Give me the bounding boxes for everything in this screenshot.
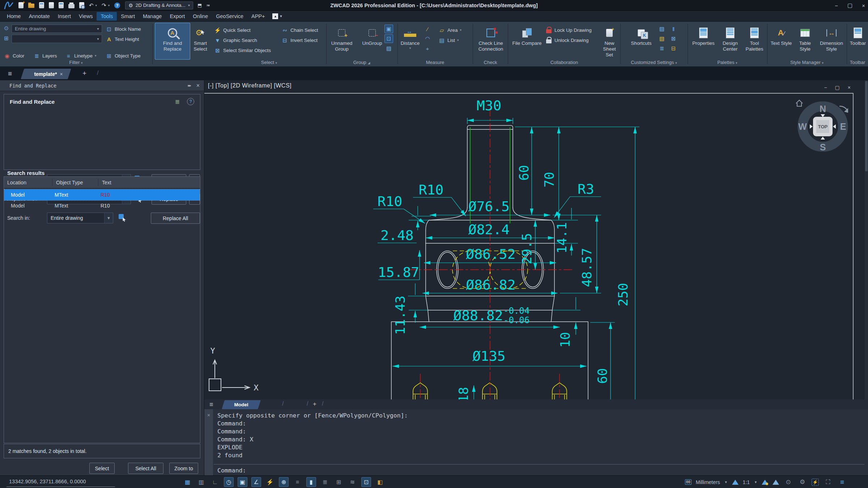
ungroup-button[interactable]: − UnGroup <box>361 23 383 60</box>
result-row[interactable]: Model MText R10 <box>4 200 200 211</box>
select-similar-button[interactable]: Select Similar Objects <box>214 46 271 55</box>
new-file-icon[interactable] <box>18 2 24 8</box>
menu-export[interactable]: Export <box>166 12 189 21</box>
filter-text-height-button[interactable]: Text Height <box>106 35 139 43</box>
design-center-button[interactable]: Design Center <box>718 23 742 60</box>
toolbar-button[interactable]: Toolbar <box>848 23 867 60</box>
viewport-scrollbar[interactable] <box>864 80 868 399</box>
group-select-icon[interactable] <box>384 34 393 43</box>
help-icon[interactable]: ? <box>114 3 120 8</box>
filter-layers-button[interactable]: Layers <box>33 51 57 60</box>
save-as-icon[interactable] <box>49 2 54 8</box>
select-group-label[interactable]: Select ▾ <box>212 60 326 65</box>
group-group-label[interactable]: Group ◢ <box>327 60 396 65</box>
shortcuts-button[interactable]: Shortcuts <box>626 23 656 60</box>
group-edit-icon[interactable] <box>384 44 393 53</box>
selection-cycling-icon[interactable] <box>334 477 344 487</box>
find-and-replace-button[interactable]: A Find and Replace <box>155 23 190 60</box>
print-icon[interactable] <box>68 4 75 8</box>
quick-access-menu-icon[interactable]: ≂▾ <box>206 3 209 8</box>
panel-dock-icon[interactable]: ▸▸ <box>188 83 191 88</box>
snap-toggle-icon[interactable] <box>196 477 206 487</box>
menu-smart[interactable]: Smart <box>117 12 139 21</box>
dimension-texts[interactable]: M30 Ø76.5 Ø82.4 Ø86.52 Ø86.82 Ø88.82 -0.… <box>378 98 630 399</box>
filter-color-button[interactable]: Color <box>4 51 24 60</box>
annotation-visibility-icon[interactable] <box>762 480 768 485</box>
select-button[interactable]: Select <box>89 463 115 474</box>
customized-settings-label[interactable]: Customized Settings ▾ <box>621 60 687 65</box>
viewport-controls-label[interactable]: [-] [Top] [2D Wireframe] [WCS] <box>208 82 292 89</box>
drawing-minimize-button[interactable]: − <box>824 85 827 90</box>
filter-group-label[interactable]: Filter ▾ <box>0 60 152 65</box>
viewcube-north[interactable]: N <box>820 104 826 114</box>
doc-menu-icon[interactable]: ≡ <box>8 70 12 78</box>
result-row[interactable]: Model MText R10 <box>4 189 200 200</box>
settings-gear-icon[interactable] <box>797 477 807 487</box>
filter-value-combo[interactable]: ▾ <box>12 35 102 43</box>
panel-help-icon[interactable]: ? <box>187 98 194 105</box>
preview-icon[interactable] <box>79 2 84 8</box>
invert-select-button[interactable]: Invert Select <box>281 36 318 44</box>
properties-button[interactable]: Properties <box>690 23 717 60</box>
menu-annotate[interactable]: Annotate <box>25 12 54 21</box>
measure-quick-icon[interactable] <box>423 25 432 33</box>
viewcube-arrow-south[interactable] <box>821 137 825 140</box>
area-button[interactable]: Area▾ <box>438 26 461 34</box>
filter-scope-combo[interactable]: Entire drawing▾ <box>12 25 102 33</box>
toolbar-group-label[interactable]: Toolbar <box>847 60 868 65</box>
quick-properties-icon[interactable] <box>320 477 330 487</box>
check-line-connection-button[interactable]: Check Line Connection <box>475 23 507 60</box>
custom-alias-icon[interactable] <box>658 44 666 53</box>
scale-caret-icon[interactable]: ▼ <box>754 480 757 484</box>
style-manager-group-label[interactable]: Style Manager ▾ <box>767 60 846 65</box>
selection-filter-icon[interactable]: ⊙ <box>783 477 793 487</box>
unnamed-group-button[interactable]: + Unnamed Group <box>328 23 355 60</box>
chain-select-button[interactable]: Chain Select <box>281 26 318 34</box>
viewcube-arrow-north[interactable] <box>821 114 825 117</box>
command-gutter[interactable]: × <box>204 409 213 475</box>
filter-search-icon[interactable] <box>3 25 10 31</box>
object-snap-tracking-icon[interactable] <box>251 477 261 487</box>
workspace-switcher[interactable]: ⚙ 2D Drafting & Annota... ▾ <box>125 1 193 9</box>
filter-linetype-button[interactable]: Linetype▾ <box>65 51 97 60</box>
window-close-button[interactable]: × <box>862 3 865 9</box>
menu-views[interactable]: Views <box>75 12 97 21</box>
menu-appplus[interactable]: APP+ <box>247 12 269 21</box>
viewcube-home-icon[interactable] <box>796 100 803 106</box>
smart-select-button[interactable]: Smart Select <box>191 23 210 60</box>
viewcube-arrow-east[interactable] <box>833 124 836 129</box>
menu-geoservice[interactable]: GeoService <box>212 12 247 21</box>
layout-menu-icon[interactable]: ≡ <box>209 401 213 408</box>
distance-button[interactable]: Distance ▾ <box>399 23 422 60</box>
check-group-label[interactable]: Check <box>473 60 508 65</box>
menu-manage[interactable]: Manage <box>139 12 166 21</box>
filter-object-type-button[interactable]: Object Type <box>106 51 141 60</box>
collaboration-monitor-icon[interactable] <box>361 477 371 487</box>
drawing-viewport[interactable]: .w{stroke:#d9dde2;stroke-width:1.5;fill:… <box>204 80 868 399</box>
viewcube-east[interactable]: E <box>840 121 846 132</box>
palettes-group-label[interactable]: Palettes ▾ <box>688 60 767 65</box>
viewcube[interactable]: N E S W TOP <box>793 96 853 156</box>
unlock-drawing-button[interactable]: Unlock Drawing <box>545 36 589 44</box>
auto-annotation-icon[interactable] <box>773 480 779 485</box>
menu-insert[interactable]: Insert <box>54 12 75 21</box>
drawing-close-button[interactable]: × <box>848 85 851 90</box>
copy-icon[interactable] <box>59 2 64 8</box>
drawing-restore-button[interactable]: ▢ <box>835 85 840 90</box>
window-restore-button[interactable]: ▢ <box>847 2 852 9</box>
doc-tab-label[interactable]: template* <box>34 71 57 77</box>
file-compare-button[interactable]: File Compare <box>511 23 542 60</box>
viewcube-arrow-west[interactable] <box>810 124 813 129</box>
custom-edit-icon[interactable] <box>658 25 666 33</box>
precision-icon[interactable]: 00 <box>685 479 692 485</box>
redo-icon[interactable]: ↷ <box>102 3 106 8</box>
window-minimize-button[interactable]: − <box>835 3 838 9</box>
ortho-toggle-icon[interactable] <box>210 477 220 487</box>
linetype-display-icon[interactable] <box>348 477 357 487</box>
measure-group-label[interactable]: Measure <box>398 60 472 65</box>
object-snap-icon[interactable] <box>238 477 247 487</box>
measure-coord-icon[interactable] <box>423 44 432 53</box>
workspace-switch-icon[interactable] <box>375 477 385 487</box>
custom-list-icon[interactable] <box>669 44 678 53</box>
units-caret-icon[interactable]: ▼ <box>724 480 728 484</box>
